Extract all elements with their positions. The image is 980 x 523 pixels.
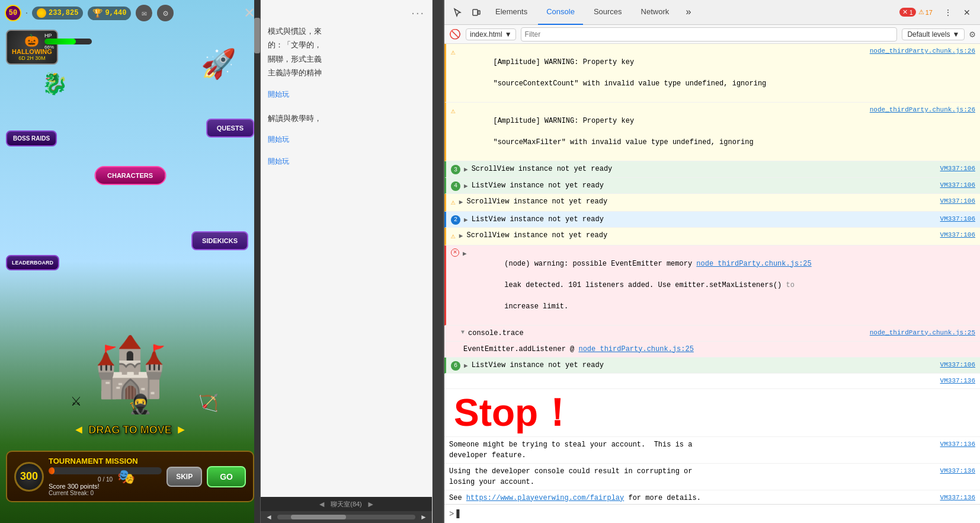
pagination-left[interactable]: ◄ xyxy=(318,499,326,509)
tab-elements[interactable]: Elements xyxy=(487,0,536,25)
hp-bar xyxy=(44,39,92,44)
tab-network[interactable]: Network xyxy=(633,0,678,25)
console-msg-amplitude-1: ⚠ [Amplitude] WARNING: Property key "sou… xyxy=(444,44,980,103)
mail-button[interactable]: ✉ xyxy=(136,5,152,21)
msg-source-security-3[interactable]: VM337:136 xyxy=(940,493,975,503)
coin-icon xyxy=(37,8,46,18)
quests-button[interactable]: QUESTS xyxy=(206,119,254,138)
characters-button[interactable]: CHARACTERS xyxy=(94,166,166,185)
drag-right-arrow: ► xyxy=(178,423,185,437)
devtools-select-tool[interactable] xyxy=(449,4,466,21)
badge-2: 2 xyxy=(451,215,460,225)
stop-text: Stop！ xyxy=(454,394,971,432)
hp-label: HP xyxy=(44,33,52,39)
msg-source-1[interactable]: node_thirdParty.chunk.js:26 xyxy=(870,46,975,56)
tab-console[interactable]: Console xyxy=(538,0,583,25)
settings-button[interactable]: ⚙ xyxy=(157,5,174,21)
triangle-3[interactable]: ▶ xyxy=(459,197,463,208)
warning-triangle-icon: ⚠ xyxy=(918,8,924,16)
webpage-content: ··· 模式與慣設，來 的：「文學的， 關聯，形式主義 主義詩學的精神 開始玩 … xyxy=(261,0,433,523)
start-play-link-2[interactable]: 開始玩 xyxy=(268,135,425,145)
console-no-entry-icon[interactable]: 🚫 xyxy=(449,28,461,40)
hp-percent: 66% xyxy=(44,44,92,50)
badge-3: 3 xyxy=(451,165,460,174)
msg-source-trace[interactable]: node_thirdParty.chunk.js:25 xyxy=(870,328,975,338)
msg-source-security-1[interactable]: VM337:136 xyxy=(940,439,975,449)
console-filter-input[interactable] xyxy=(521,27,898,42)
skip-button[interactable]: SKIP xyxy=(166,467,202,487)
game-scrollbar[interactable] xyxy=(254,0,260,523)
pagination-right[interactable]: ► xyxy=(367,499,375,509)
msg-source-security-2[interactable]: VM337:136 xyxy=(940,466,975,476)
game-scrollbar-thumb xyxy=(254,18,260,53)
triangle-4[interactable]: ▶ xyxy=(464,215,468,225)
scroll-left-btn[interactable]: ◄ xyxy=(263,513,275,521)
console-settings-icon[interactable]: ⚙ xyxy=(969,28,975,40)
console-msg-vm137-1: VM337:136 xyxy=(444,374,980,389)
sidekicks-button[interactable]: SIDEKICKS xyxy=(191,231,248,250)
console-input[interactable] xyxy=(456,509,975,518)
fairplay-link[interactable]: https://www.playeverwing.com/fairplay xyxy=(466,494,624,502)
warrior-character: ⚔️ xyxy=(71,390,81,410)
drag-to-move-indicator: ◄ DRAG TO MOVE ► xyxy=(75,423,185,437)
console-msg-trace: ▼ console.trace node_thirdParty.chunk.js… xyxy=(444,326,980,342)
game-close-button[interactable]: ✕ xyxy=(244,5,255,21)
console-msg-scrollview-2: ⚠ ▶ ScrollView instance not yet ready VM… xyxy=(444,194,980,212)
scroll-right-btn[interactable]: ► xyxy=(418,513,430,521)
mission-title: TOURNAMENT MISSION xyxy=(49,457,162,465)
eventemitter-source-link[interactable]: node_thirdParty.chunk.js:25 xyxy=(696,260,811,268)
mission-info: TOURNAMENT MISSION 0 / 10 Score 300 poin… xyxy=(49,457,162,496)
archer-character: 🏹 xyxy=(198,393,219,413)
drag-text: DRAG TO MOVE xyxy=(88,424,172,436)
msg-source-6[interactable]: VM337:106 xyxy=(940,214,975,224)
msg-source-7[interactable]: VM337:106 xyxy=(940,230,975,240)
addlistener-link[interactable]: node_thirdParty.chunk.js:25 xyxy=(578,345,693,353)
start-play-link-1[interactable]: 開始玩 xyxy=(268,90,425,100)
triangle-6[interactable]: ▶ xyxy=(463,249,467,259)
tab-sources[interactable]: Sources xyxy=(585,0,630,25)
boss-raids-button[interactable]: BOSS RAIDS xyxy=(6,130,57,146)
mission-progress-bar xyxy=(49,467,162,474)
msg-source-5[interactable]: VM337:106 xyxy=(940,196,975,206)
devtools-device-tool[interactable] xyxy=(468,4,485,21)
triangle-5[interactable]: ▶ xyxy=(459,231,463,241)
warn-icon-1: ⚠ xyxy=(451,47,456,59)
msg-source-vm136-1[interactable]: VM337:136 xyxy=(940,376,975,386)
console-filter-bar: 🚫 index.html ▼ Default levels ▼ ⚙ xyxy=(444,25,980,44)
console-msg-security-1: Someone might be trying to steal your ac… xyxy=(444,437,980,464)
badge-4: 4 xyxy=(451,181,460,191)
svg-rect-1 xyxy=(478,11,480,14)
go-button[interactable]: GO xyxy=(207,466,246,487)
leaderboard-button[interactable]: LEADERBOARD xyxy=(6,255,59,270)
msg-source-2[interactable]: node_thirdParty.chunk.js:26 xyxy=(870,105,975,115)
mission-score-text: Score 300 points! xyxy=(49,483,162,490)
triangle-1[interactable]: ▶ xyxy=(464,165,468,175)
start-play-link-3[interactable]: 開始玩 xyxy=(268,157,425,167)
console-msg-amplitude-2: ⚠ [Amplitude] WARNING: Property key "sou… xyxy=(444,103,980,161)
console-msg-security-3: See https://www.playeverwing.com/fairpla… xyxy=(444,490,980,505)
drag-left-arrow: ◄ xyxy=(75,423,82,437)
msg-source-3[interactable]: VM337:106 xyxy=(940,164,975,174)
console-url-selector[interactable]: index.html ▼ xyxy=(466,28,516,40)
console-msg-listview-2: 2 ▶ ListView instance not yet ready VM33… xyxy=(444,212,980,228)
horizontal-scrollbar[interactable]: ◄ ► xyxy=(261,511,432,523)
triangle-7[interactable]: ▶ xyxy=(464,361,468,371)
devtools-panel: Elements Console Sources Network » ✕ 1 ⚠… xyxy=(443,0,980,523)
msg-source-4[interactable]: VM337:106 xyxy=(940,180,975,190)
console-messages-list[interactable]: ⚠ [Amplitude] WARNING: Property key "sou… xyxy=(444,44,980,504)
triangle-2[interactable]: ▶ xyxy=(464,181,468,192)
devtools-settings-button[interactable]: ⋮ xyxy=(940,4,956,21)
console-level-select[interactable]: Default levels ▼ xyxy=(902,28,965,40)
coins-text: 233,825 xyxy=(49,9,78,17)
error-count-badge: ✕ 1 xyxy=(899,8,916,17)
game-viewport: 50 233,825 🏆 9,440 ✉ ⚙ 🎃 HALLOWING 6D 2H… xyxy=(0,0,261,523)
msg-source-8[interactable]: VM337:106 xyxy=(940,360,975,370)
more-options-button[interactable]: ··· xyxy=(268,6,425,20)
console-msg-addlistener: EventEmitter.addListener @ node_thirdPar… xyxy=(444,342,980,358)
devtools-more-tabs[interactable]: » xyxy=(681,7,696,18)
error-x-icon: ✕ xyxy=(902,8,908,16)
devtools-close-button[interactable]: ✕ xyxy=(959,4,975,21)
mission-reward-badge: 300 xyxy=(14,462,44,492)
level-badge: 50 xyxy=(5,5,21,21)
console-msg-scrollview-3: ⚠ ▶ ScrollView instance not yet ready VM… xyxy=(444,228,980,245)
